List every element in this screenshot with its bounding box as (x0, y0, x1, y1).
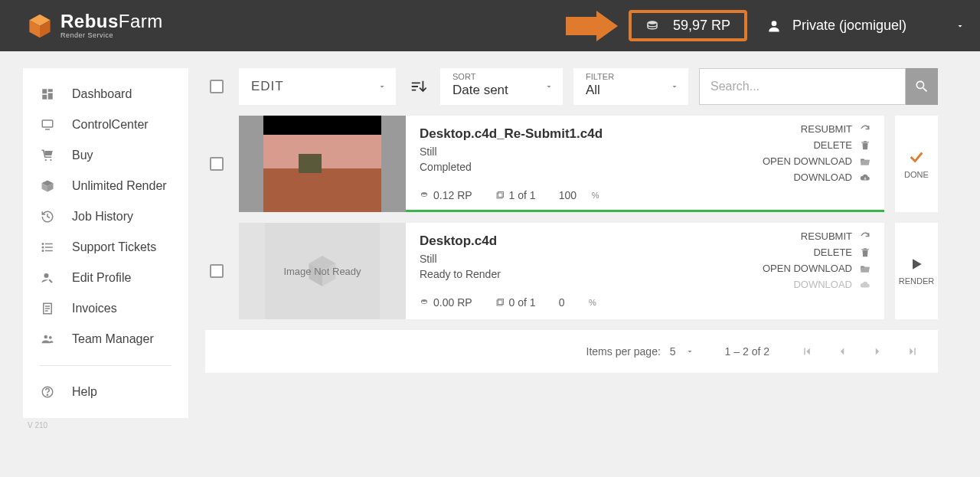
job-thumbnail[interactable] (239, 116, 406, 212)
chevron-down-icon (956, 21, 965, 31)
resubmit-button[interactable]: RESUBMIT (801, 230, 872, 242)
delete-button[interactable]: DELETE (813, 139, 872, 151)
sidebar-item-team[interactable]: Team Manager (23, 324, 188, 354)
search-input[interactable] (699, 68, 906, 105)
folder-open-icon (860, 156, 872, 167)
sort-value: Date sent (452, 83, 508, 98)
svg-point-13 (50, 159, 51, 161)
svg-point-21 (42, 247, 44, 248)
page-range: 1 – 2 of 2 (725, 345, 769, 358)
main-panel: EDIT SORT Date sent FILTER All (205, 68, 938, 433)
balance-display[interactable]: 59,97 RP (629, 10, 747, 41)
monitor-icon (40, 118, 55, 132)
job-status: Completed (420, 160, 710, 175)
svg-point-4 (648, 21, 657, 25)
filter-value: All (586, 83, 600, 98)
job-status: Ready to Render (420, 267, 710, 283)
svg-point-29 (49, 336, 52, 339)
app-version: V 210 (23, 418, 188, 433)
first-page-button[interactable] (800, 345, 814, 358)
sort-direction-icon[interactable] (407, 68, 430, 105)
cart-icon (40, 149, 55, 162)
svg-marker-3 (566, 11, 618, 41)
box-icon (40, 179, 55, 193)
filter-dropdown[interactable]: FILTER All (573, 68, 688, 105)
filter-caption: FILTER (586, 72, 614, 81)
sidebar-item-buy[interactable]: Buy (23, 140, 188, 171)
job-actions: RESUBMIT DELETE OPEN DOWNLOAD DOWNLOAD (724, 116, 884, 212)
refresh-icon (860, 231, 872, 242)
job-title: Desktop.c4d (420, 234, 710, 249)
download-button[interactable]: DOWNLOAD (793, 172, 872, 183)
svg-point-23 (44, 273, 49, 278)
svg-rect-9 (42, 95, 47, 100)
chevron-down-icon (685, 347, 694, 356)
sidebar-item-label: Help (72, 385, 97, 399)
sidebar-item-editprofile[interactable]: Edit Profile (23, 263, 188, 293)
cloud-download-icon (860, 172, 872, 183)
next-page-button[interactable] (871, 345, 884, 358)
job-percent: 0 % (559, 296, 596, 309)
svg-point-31 (47, 394, 47, 395)
open-download-button[interactable]: OPEN DOWNLOAD (763, 155, 872, 167)
app-header: RebusFarm Render Service 59,97 RP Privat… (0, 0, 980, 51)
sidebar-item-invoices[interactable]: Invoices (23, 293, 188, 324)
svg-rect-8 (48, 93, 53, 100)
edit-label: EDIT (251, 79, 284, 94)
delete-button[interactable]: DELETE (813, 247, 872, 258)
sidebar-item-dashboard[interactable]: Dashboard (23, 79, 188, 109)
svg-marker-41 (913, 259, 922, 269)
select-all-checkbox[interactable] (210, 80, 224, 93)
history-icon (40, 210, 55, 224)
edit-dropdown[interactable]: EDIT (239, 68, 396, 105)
job-frames: 0 of 1 (495, 296, 536, 309)
sidebar-item-label: Edit Profile (72, 271, 131, 285)
search-box (699, 68, 938, 105)
logo-cube-icon (27, 13, 53, 39)
job-checkbox[interactable] (210, 264, 224, 278)
svg-point-38 (422, 299, 427, 302)
sort-caption: SORT (452, 72, 475, 81)
job-side-action-done[interactable]: DONE (895, 116, 938, 212)
prev-page-button[interactable] (835, 345, 849, 358)
sidebar-item-unlimited[interactable]: Unlimited Render (23, 171, 188, 201)
job-side-action-render[interactable]: RENDER (895, 223, 938, 319)
sidebar-item-label: Buy (72, 149, 93, 162)
coins-icon (645, 19, 659, 33)
play-icon (909, 256, 924, 272)
sidebar-item-support[interactable]: Support Tickets (23, 232, 188, 263)
items-per-page[interactable]: Items per page: 5 (586, 345, 694, 358)
sidebar-item-label: Job History (72, 210, 133, 224)
download-button: DOWNLOAD (793, 279, 872, 290)
sidebar-item-label: Invoices (72, 302, 117, 315)
folder-open-icon (860, 263, 872, 274)
perpage-label: Items per page: (586, 345, 661, 358)
team-icon (40, 332, 55, 346)
toolbar: EDIT SORT Date sent FILTER All (205, 68, 938, 105)
sidebar-item-controlcenter[interactable]: ControlCenter (23, 109, 188, 140)
user-menu[interactable]: Private (jocmiguel) (766, 18, 965, 34)
brand-text: RebusFarm Render Service (60, 12, 163, 39)
search-icon (914, 79, 929, 94)
svg-point-22 (42, 250, 44, 252)
job-type: Still (420, 252, 710, 267)
perpage-value: 5 (670, 345, 676, 358)
job-actions: RESUBMIT DELETE OPEN DOWNLOAD DOWNLOAD (724, 223, 884, 319)
divider (40, 365, 172, 366)
balance-value: 59,97 RP (673, 18, 730, 34)
job-thumbnail[interactable]: Image Not Ready (239, 223, 406, 319)
brand-logo[interactable]: RebusFarm Render Service (27, 12, 163, 39)
sidebar-item-label: ControlCenter (72, 118, 149, 132)
job-checkbox[interactable] (210, 157, 224, 171)
last-page-button[interactable] (906, 345, 920, 358)
sidebar-item-help[interactable]: Help (23, 377, 188, 407)
search-button[interactable] (906, 68, 938, 105)
sort-dropdown[interactable]: SORT Date sent (440, 68, 563, 105)
job-row: Image Not Ready Desktop.c4d Still Ready … (205, 223, 938, 319)
open-download-button[interactable]: OPEN DOWNLOAD (763, 263, 872, 274)
svg-rect-7 (48, 89, 53, 92)
side-label: RENDER (899, 276, 934, 286)
sidebar-item-jobhistory[interactable]: Job History (23, 201, 188, 232)
check-icon (908, 149, 925, 165)
resubmit-button[interactable]: RESUBMIT (801, 123, 872, 135)
